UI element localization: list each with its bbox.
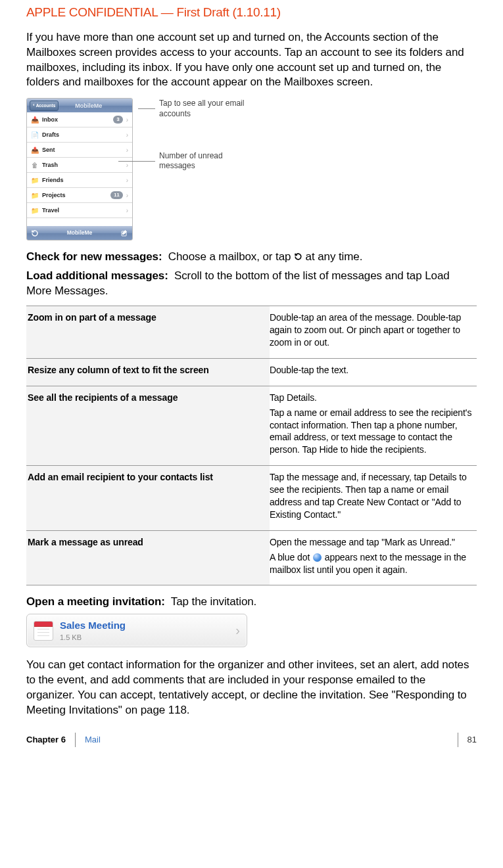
meeting-size: 1.5 KB	[60, 633, 235, 643]
check-messages-bold: Check for new messages:	[26, 250, 162, 263]
refresh-icon[interactable]	[31, 229, 39, 237]
chevron-right-icon: ›	[126, 116, 128, 125]
tips-table: Zoom in on part of a messageDouble-tap a…	[26, 306, 477, 585]
toolbar-title: MobileMe	[67, 229, 93, 237]
phone-nav-title: MobileMe	[47, 102, 130, 110]
phone-mock: Accounts MobileMe 📥Inbox3›📄Drafts›📤Sent›…	[26, 98, 133, 240]
mailbox-label: Sent	[42, 146, 123, 154]
chevron-right-icon: ›	[126, 206, 128, 216]
intro-paragraph: If you have more than one account set up…	[26, 30, 477, 91]
footer-chapter: Chapter 6	[26, 734, 66, 746]
phone-toolbar: MobileMe	[27, 226, 132, 240]
mailbox-list: 📥Inbox3›📄Drafts›📤Sent›🗑Trash›📁Friends›📁P…	[27, 112, 132, 226]
blue-dot-icon	[313, 553, 322, 562]
tip-right: Double-tap the text.	[270, 358, 477, 386]
callout-labels: Tap to see all your email accounts Numbe…	[138, 98, 251, 171]
chevron-right-icon: ›	[235, 622, 240, 639]
footer-chapter-name: Mail	[85, 734, 101, 746]
calendar-icon	[34, 621, 53, 641]
tip-right: Tap the message and, if necessary, tap D…	[270, 466, 477, 531]
unread-badge: 3	[113, 116, 122, 124]
inline-refresh-icon	[294, 250, 302, 259]
tip-right: Tap Details.Tap a name or email address …	[270, 386, 477, 465]
folder-icon: 📁	[31, 177, 39, 183]
mailbox-row[interactable]: 📁Travel›	[27, 203, 132, 218]
chevron-right-icon: ›	[126, 161, 128, 170]
load-more-line: Load additional messages: Scroll to the …	[26, 269, 477, 299]
folder-icon: 📄	[31, 131, 39, 138]
mailbox-label: Travel	[42, 206, 123, 214]
chevron-right-icon: ›	[126, 146, 128, 155]
unread-badge: 11	[110, 191, 122, 199]
meeting-title: Sales Meeting	[60, 619, 235, 632]
page-footer: Chapter 6 Mail 81	[26, 733, 477, 747]
check-messages-line: Check for new messages: Choose a mailbox…	[26, 250, 477, 265]
phone-navbar: Accounts MobileMe	[27, 99, 132, 112]
callout-unread: Number of unread messages	[159, 151, 251, 171]
folder-icon: 📁	[31, 192, 39, 198]
mailbox-row[interactable]: 📥Inbox3›	[27, 112, 132, 127]
folder-icon: 🗑	[31, 162, 39, 168]
tip-left: Zoom in on part of a message	[26, 306, 270, 359]
meeting-paragraph: You can get contact information for the …	[26, 658, 477, 718]
phone-mock-container: Accounts MobileMe 📥Inbox3›📄Drafts›📤Sent›…	[26, 98, 477, 240]
chevron-right-icon: ›	[126, 176, 128, 185]
chevron-right-icon: ›	[126, 191, 128, 200]
open-meeting-line: Open a meeting invitation: Tap the invit…	[26, 595, 477, 610]
open-meeting-text: Tap the invitation.	[171, 595, 256, 608]
mailbox-row[interactable]: 🗑Trash›	[27, 158, 132, 173]
confidential-banner: APPLE CONFIDENTIAL — First Draft (1.10.1…	[26, 0, 477, 30]
mailbox-label: Drafts	[42, 131, 123, 139]
footer-page-number: 81	[458, 733, 477, 747]
tip-left: See all the recipients of a message	[26, 386, 270, 465]
meeting-attachment[interactable]: Sales Meeting 1.5 KB ›	[26, 614, 247, 647]
mailbox-label: Projects	[42, 191, 107, 199]
tip-right: Double-tap an area of the message. Doubl…	[270, 306, 477, 359]
mailbox-row[interactable]: 📄Drafts›	[27, 127, 132, 143]
folder-icon: 📤	[31, 147, 39, 153]
chevron-right-icon: ›	[126, 131, 128, 140]
mailbox-row[interactable]: 📁Friends›	[27, 173, 132, 188]
callout-accounts: Tap to see all your email accounts	[159, 99, 251, 119]
open-meeting-bold: Open a meeting invitation:	[26, 595, 165, 608]
tip-right: Open the message and tap "Mark as Unread…	[270, 530, 477, 585]
folder-icon: 📁	[31, 207, 39, 214]
load-more-bold: Load additional messages:	[26, 269, 168, 282]
mailbox-label: Trash	[42, 161, 123, 169]
folder-icon: 📥	[31, 116, 39, 123]
tip-left: Resize any column of text to fit the scr…	[26, 358, 270, 386]
compose-icon[interactable]	[120, 229, 128, 237]
mailbox-label: Inbox	[42, 116, 110, 124]
tip-left: Add an email recipient to your contacts …	[26, 466, 270, 531]
mailbox-row[interactable]: 📤Sent›	[27, 143, 132, 158]
tip-left: Mark a message as unread	[26, 530, 270, 585]
check-text-b: at any time.	[306, 250, 363, 263]
mailbox-label: Friends	[42, 176, 123, 184]
mailbox-row[interactable]: 📁Projects11›	[27, 188, 132, 203]
check-text-a: Choose a mailbox, or tap	[168, 250, 294, 263]
